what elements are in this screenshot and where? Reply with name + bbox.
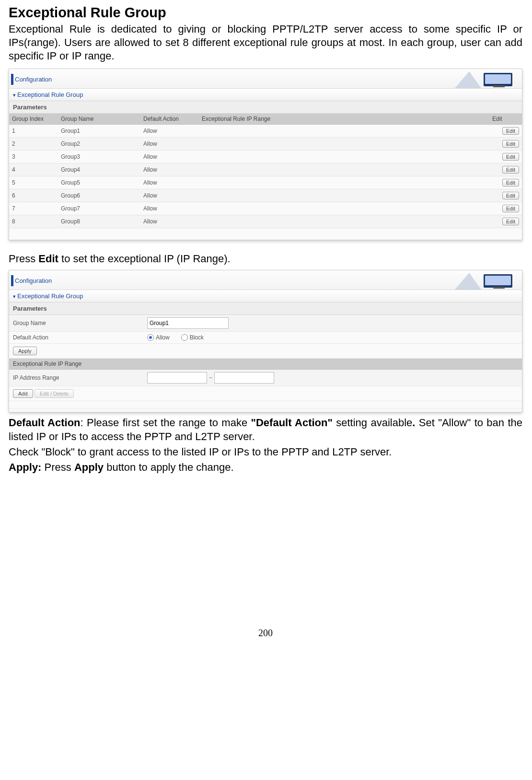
ip-range-section-header: Exceptional Rule IP Range [9, 359, 522, 370]
cell-group-index: 6 [9, 189, 58, 202]
configuration-tab[interactable]: Configuration [11, 73, 56, 86]
table-row: 8Group8AllowEdit [9, 215, 522, 228]
col-edit: Edit [489, 114, 522, 125]
table-row: 1Group1AllowEdit [9, 125, 522, 138]
radio-block[interactable]: Block [181, 334, 204, 341]
add-button[interactable]: Add [13, 389, 33, 398]
edit-button[interactable]: Edit [502, 153, 519, 161]
svg-marker-4 [455, 273, 481, 290]
header-decoration [455, 270, 522, 290]
default-action-label: Default Action [13, 334, 147, 341]
mid-instruction: Press Edit to set the exceptional IP (IP… [9, 253, 522, 265]
screenshot-group-edit: Configuration Exceptional Rule Group Par… [9, 270, 522, 412]
edit-button[interactable]: Edit [502, 140, 519, 148]
cell-default-action: Allow [140, 215, 199, 228]
cell-group-name: Group3 [58, 151, 140, 163]
cell-ip-range [199, 215, 489, 228]
page-number: 200 [9, 628, 522, 639]
cell-group-index: 8 [9, 215, 58, 228]
edit-delete-button: Edit / Delete [35, 389, 74, 398]
cell-ip-range [199, 189, 489, 202]
cell-group-name: Group1 [58, 125, 140, 138]
screenshot-group-list: Configuration Exceptional Rule Group Par… [9, 69, 522, 240]
ip-to-input[interactable] [214, 372, 274, 384]
cell-default-action: Allow [140, 163, 199, 176]
table-row: 5Group5AllowEdit [9, 176, 522, 189]
footer-para-2: Check "Block" to grant access to the lis… [9, 445, 522, 459]
cell-default-action: Allow [140, 176, 199, 189]
cell-group-index: 3 [9, 151, 58, 163]
cell-ip-range [199, 163, 489, 176]
svg-rect-3 [493, 85, 505, 87]
ip-from-input[interactable] [147, 372, 207, 384]
edit-button[interactable]: Edit [502, 166, 519, 174]
radio-allow[interactable]: Allow [147, 334, 170, 341]
edit-button[interactable]: Edit [502, 205, 519, 212]
configuration-tab[interactable]: Configuration [11, 274, 56, 287]
cell-default-action: Allow [140, 125, 199, 138]
edit-button[interactable]: Edit [502, 192, 519, 199]
cell-ip-range [199, 125, 489, 138]
group-table: Group Index Group Name Default Action Ex… [9, 114, 522, 228]
cell-group-name: Group6 [58, 189, 140, 202]
group-name-input[interactable] [147, 317, 229, 329]
cell-group-index: 5 [9, 176, 58, 189]
cell-ip-range [199, 151, 489, 163]
tilde-separator: ~ [209, 374, 212, 381]
cell-default-action: Allow [140, 189, 199, 202]
cell-ip-range [199, 176, 489, 189]
radio-allow-label: Allow [156, 334, 170, 341]
table-row: 3Group3AllowEdit [9, 151, 522, 163]
cell-default-action: Allow [140, 202, 199, 215]
cell-default-action: Allow [140, 151, 199, 163]
edit-button[interactable]: Edit [502, 179, 519, 186]
edit-button[interactable]: Edit [502, 127, 519, 135]
col-ip-range: Exceptional Rule IP Range [199, 114, 489, 125]
cell-default-action: Allow [140, 138, 199, 151]
parameters-header: Parameters [9, 101, 522, 114]
col-default-action: Default Action [140, 114, 199, 125]
intro-text: Exceptional Rule is dedicated to giving … [9, 23, 522, 63]
cell-group-name: Group5 [58, 176, 140, 189]
table-row: 2Group2AllowEdit [9, 138, 522, 151]
parameters-header: Parameters [9, 303, 522, 315]
section-header[interactable]: Exceptional Rule Group [9, 290, 522, 303]
footer-para-3: Apply: Press Apply button to apply the c… [9, 461, 522, 474]
cell-ip-range [199, 202, 489, 215]
cell-group-name: Group2 [58, 138, 140, 151]
svg-rect-6 [485, 276, 511, 285]
cell-group-index: 2 [9, 138, 58, 151]
section-header[interactable]: Exceptional Rule Group [9, 89, 522, 101]
footer-para-1: Default Action: Please first set the ran… [9, 416, 522, 443]
col-group-index: Group Index [9, 114, 58, 125]
apply-button[interactable]: Apply [13, 347, 37, 355]
radio-block-label: Block [190, 334, 204, 341]
svg-rect-2 [485, 74, 511, 84]
table-row: 7Group7AllowEdit [9, 202, 522, 215]
cell-ip-range [199, 138, 489, 151]
group-name-label: Group Name [13, 320, 147, 326]
cell-group-index: 4 [9, 163, 58, 176]
cell-group-name: Group4 [58, 163, 140, 176]
header-decoration [455, 69, 522, 88]
col-group-name: Group Name [58, 114, 140, 125]
page-title: Exceptional Rule Group [9, 5, 522, 21]
cell-group-index: 7 [9, 202, 58, 215]
svg-rect-7 [493, 287, 505, 289]
table-row: 6Group6AllowEdit [9, 189, 522, 202]
table-row: 4Group4AllowEdit [9, 163, 522, 176]
cell-group-index: 1 [9, 125, 58, 138]
cell-group-name: Group7 [58, 202, 140, 215]
cell-group-name: Group8 [58, 215, 140, 228]
ip-range-label: IP Address Range [13, 374, 147, 381]
svg-marker-0 [455, 71, 481, 88]
edit-button[interactable]: Edit [502, 218, 519, 225]
